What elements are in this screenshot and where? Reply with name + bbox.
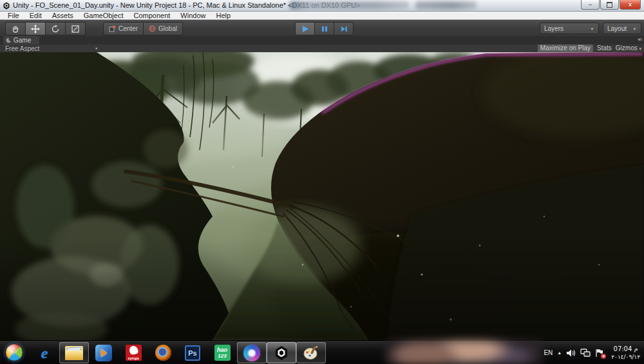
layout-dropdown[interactable]: Layout ▼ [603, 23, 641, 34]
tray-date: ٢٠١٤/٠٩/١٢ [611, 353, 640, 361]
hao123-label-top: hao [217, 347, 227, 353]
pivot-icon [109, 25, 116, 32]
panel-tabstrip: Game ▾≡ [0, 36, 644, 44]
language-indicator[interactable]: EN [544, 349, 553, 356]
taskbar-browser-swirl[interactable] [237, 342, 267, 363]
start-button[interactable] [5, 343, 23, 361]
menu-bar: File Edit Assets GameObject Component Wi… [0, 12, 644, 20]
transform-tools [5, 22, 86, 35]
unity-app-icon [3, 2, 10, 10]
photoshop-icon: Ps [185, 345, 200, 361]
blurred-taskbar-region [385, 341, 542, 364]
step-icon [340, 25, 348, 33]
restore-icon [607, 2, 612, 8]
menu-assets[interactable]: Assets [47, 12, 79, 20]
space-toggle-button[interactable]: Global [144, 22, 183, 35]
taskbar-media-player[interactable] [89, 342, 118, 363]
play-icon [301, 25, 309, 33]
pause-button[interactable] [315, 22, 334, 35]
close-button[interactable]: x [620, 0, 641, 10]
firefox-icon [155, 345, 171, 361]
taskbar-internet-explorer[interactable]: e [30, 342, 59, 363]
zynga-label: zynga [128, 356, 138, 361]
hidden-icons-arrow-icon[interactable]: ▲ [557, 350, 562, 355]
game-toolbar-right: Maximize on Play Stats Gizmos ▾ [538, 44, 641, 52]
layers-label: Layers [544, 25, 564, 32]
step-button[interactable] [334, 22, 354, 35]
space-label: Global [158, 25, 177, 32]
chevron-down-icon: ▾ [95, 46, 98, 50]
taskbar-photoshop[interactable]: Ps [178, 342, 207, 363]
folder-icon [65, 346, 83, 360]
scene-vignette [0, 52, 644, 340]
zynga-icon: zynga [126, 345, 142, 361]
menu-file[interactable]: File [3, 12, 24, 20]
menu-edit[interactable]: Edit [24, 12, 47, 20]
system-tray: EN ▲ ✕ 07:04 م ٢٠١٤/٠٩/١٢ [544, 341, 640, 364]
game-viewport[interactable] [0, 52, 644, 340]
gizmos-label: Gizmos [616, 44, 638, 52]
pivot-toggle-button[interactable]: Center [103, 22, 144, 35]
taskbar-windows-explorer[interactable] [59, 342, 89, 363]
swirl-browser-icon [243, 345, 260, 361]
unity-icon [274, 345, 289, 361]
hao123-label-bottom: 123 [218, 353, 226, 359]
menu-gameobject[interactable]: GameObject [79, 12, 129, 20]
pause-icon [321, 25, 328, 33]
menu-component[interactable]: Component [128, 12, 175, 20]
chevron-down-icon: ▼ [590, 26, 594, 30]
stats-button[interactable]: Stats [597, 44, 612, 52]
paint-palette-icon [303, 345, 319, 361]
rotate-tool-button[interactable] [46, 22, 66, 35]
taskbar-hao123[interactable]: hao 123 [207, 342, 237, 363]
forest-scene [0, 52, 644, 340]
taskbar-unity[interactable] [267, 342, 296, 363]
move-tool-button[interactable] [26, 22, 46, 35]
blurred-background-tab [290, 1, 409, 10]
action-center-flag-icon[interactable]: ✕ [595, 349, 604, 358]
pivot-label: Center [118, 25, 138, 32]
tray-time: 07:04 م [614, 345, 638, 353]
taskbar-paint-app[interactable] [296, 342, 326, 363]
unity-toolbar: Center Global [0, 20, 644, 37]
move-icon [31, 24, 40, 34]
menu-help[interactable]: Help [211, 12, 236, 20]
taskbar-zynga[interactable]: zynga [118, 342, 148, 363]
tab-game[interactable]: Game [3, 36, 39, 44]
network-icon[interactable] [580, 349, 591, 358]
taskbar-apps: e zynga Ps hao 123 [30, 342, 326, 363]
alert-badge: ✕ [601, 354, 606, 359]
internet-explorer-icon: e [41, 345, 48, 361]
aspect-dropdown[interactable]: Free Aspect ▾ [5, 44, 39, 52]
chevron-down-icon: ▾ [639, 46, 641, 51]
play-button[interactable] [295, 22, 315, 35]
pan-tool-button[interactable] [5, 22, 26, 35]
window-controls: – x [580, 0, 641, 10]
windows-taskbar: e zynga Ps hao 123 [0, 340, 644, 364]
layout-label: Layout [607, 25, 627, 32]
game-view-icon [6, 37, 12, 43]
taskbar-firefox[interactable] [148, 342, 178, 363]
pivot-space-toggles: Center Global [103, 22, 183, 35]
gizmos-dropdown[interactable]: Gizmos ▾ [616, 44, 641, 53]
panel-menu-icon[interactable]: ▾≡ [638, 37, 642, 43]
menu-window[interactable]: Window [175, 12, 211, 20]
game-tab-label: Game [14, 37, 31, 44]
hao123-icon: hao 123 [214, 345, 231, 361]
hand-icon [11, 24, 20, 34]
clock[interactable]: 07:04 م ٢٠١٤/٠٩/١٢ [611, 345, 640, 361]
restore-button[interactable] [600, 0, 619, 10]
scale-tool-button[interactable] [66, 22, 86, 35]
volume-icon[interactable] [566, 349, 576, 358]
minimize-button[interactable]: – [581, 0, 600, 10]
rotate-icon [51, 24, 60, 34]
window-titlebar[interactable]: Unity - FO_Scene_01_Day.unity - New Unit… [0, 0, 644, 12]
chevron-down-icon: ▼ [632, 26, 637, 30]
playmode-controls [295, 22, 354, 35]
scale-icon [71, 24, 80, 34]
layers-dropdown[interactable]: Layers ▼ [540, 23, 599, 34]
globe-icon [149, 25, 156, 32]
aspect-label: Free Aspect [5, 45, 39, 52]
blurred-background-tab [415, 1, 477, 10]
maximize-on-play-button[interactable]: Maximize on Play [538, 44, 593, 52]
